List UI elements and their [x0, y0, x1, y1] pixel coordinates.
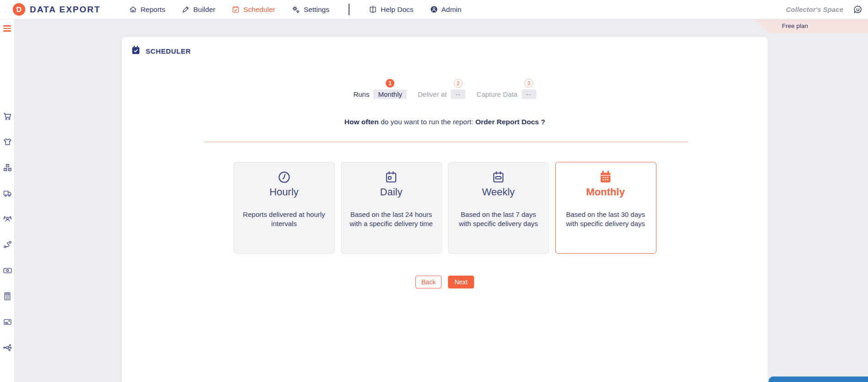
- calculator-icon[interactable]: [3, 292, 12, 301]
- home-icon: [129, 6, 137, 13]
- step-capture-data: 3 Capture Data --: [476, 79, 536, 99]
- step-value-badge: --: [522, 89, 536, 99]
- nav-item-admin[interactable]: Admin: [430, 6, 462, 14]
- invoice-icon[interactable]: [3, 317, 12, 327]
- nav-item-label: Settings: [304, 6, 329, 14]
- brand-logo[interactable]: D DATA EXPORT: [13, 3, 101, 16]
- nav-item-builder[interactable]: Builder: [182, 6, 215, 14]
- option-description: Based on the last 30 days with specific …: [561, 210, 650, 228]
- sidebar-icon-list: [0, 112, 15, 352]
- smiley-chat-icon[interactable]: [853, 5, 863, 14]
- page-body: Free plan: [0, 19, 868, 382]
- option-title: Daily: [380, 186, 403, 198]
- nav-item-label: Admin: [442, 6, 462, 14]
- option-description: Reports delivered at hourly intervals: [240, 210, 329, 228]
- integrations-icon[interactable]: [3, 343, 12, 352]
- page-title: SCHEDULER: [146, 47, 191, 55]
- step-label: Deliver at: [418, 90, 447, 98]
- option-title: Monthly: [586, 186, 625, 198]
- scheduler-header: SCHEDULER: [131, 45, 191, 57]
- option-card-hourly[interactable]: Hourly Reports delivered at hourly inter…: [234, 162, 335, 254]
- calendar-week-icon: [491, 169, 505, 185]
- question-report-name: Order Report Docs ?: [475, 118, 545, 126]
- option-description: Based on the last 7 days with specific d…: [454, 210, 543, 228]
- gears-icon: [292, 6, 300, 14]
- left-sidebar: [0, 19, 15, 382]
- option-card-weekly[interactable]: Weekly Based on the last 7 days with spe…: [448, 162, 549, 254]
- step-label: Runs: [353, 90, 369, 98]
- step-value-badge: Monthly: [373, 89, 407, 99]
- option-card-monthly[interactable]: Monthly Based on the last 30 days with s…: [555, 162, 656, 254]
- option-title: Weekly: [482, 186, 515, 198]
- scheduler-panel: SCHEDULER 1 Runs Monthly 2 Deliver at --…: [121, 37, 768, 382]
- step-runs: 1 Runs Monthly: [353, 79, 407, 99]
- customers-icon[interactable]: [3, 215, 12, 224]
- step-number-badge: 1: [386, 79, 394, 88]
- calendar-month-icon: [599, 169, 612, 185]
- step-number-badge: 2: [454, 79, 463, 88]
- nav-item-settings[interactable]: Settings: [292, 6, 329, 14]
- money-icon[interactable]: [3, 266, 12, 275]
- step-number-badge: 3: [524, 79, 533, 88]
- nav-item-scheduler[interactable]: Scheduler: [232, 6, 275, 14]
- main-nav: Reports Builder Scheduler Settings: [129, 4, 462, 15]
- section-divider: [204, 142, 688, 142]
- frequency-options: Hourly Reports delivered at hourly inter…: [122, 162, 768, 254]
- brand-logo-icon: D: [12, 3, 26, 17]
- nav-item-label: Builder: [193, 6, 215, 14]
- nav-item-label: Help Docs: [381, 6, 414, 14]
- question-middle: do you want to run the report:: [379, 118, 475, 126]
- step-deliver-at: 2 Deliver at --: [418, 79, 465, 99]
- calendar-check-icon: [232, 6, 240, 13]
- header-right: Collector's Space: [786, 5, 868, 14]
- option-title: Hourly: [269, 186, 299, 198]
- option-card-daily[interactable]: Daily Based on the last 24 hours with a …: [341, 162, 442, 254]
- calendar-day-icon: [384, 169, 398, 185]
- back-button[interactable]: Back: [415, 276, 442, 288]
- truck-icon[interactable]: [3, 189, 12, 198]
- brand-name: DATA EXPORT: [30, 5, 101, 15]
- workspace-name: Collector's Space: [786, 6, 843, 13]
- plan-banner: Free plan: [753, 19, 868, 33]
- next-button[interactable]: Next: [448, 276, 474, 288]
- question-bold-lead: How often: [344, 118, 379, 126]
- top-nav-bar: D DATA EXPORT Reports Builder Schedul: [0, 0, 868, 19]
- stepper: 1 Runs Monthly 2 Deliver at -- 3 Capture…: [122, 79, 768, 99]
- calendar-check-icon: [131, 45, 141, 57]
- nav-item-label: Scheduler: [243, 6, 275, 14]
- app-root: D DATA EXPORT Reports Builder Schedul: [0, 0, 868, 382]
- packages-icon[interactable]: [3, 163, 12, 172]
- pen-icon: [182, 6, 190, 13]
- hamburger-menu-icon[interactable]: [3, 25, 11, 32]
- wizard-actions: Back Next: [122, 276, 768, 288]
- nav-item-label: Reports: [141, 6, 165, 14]
- admin-badge-icon: [430, 6, 438, 13]
- option-description: Based on the last 24 hours with a specif…: [347, 210, 436, 228]
- route-icon[interactable]: [3, 240, 12, 249]
- plan-label: Free plan: [782, 22, 808, 29]
- step-label: Capture Data: [476, 90, 517, 98]
- nav-item-reports[interactable]: Reports: [129, 6, 165, 14]
- clock-icon: [277, 169, 291, 185]
- step-value-badge: --: [451, 89, 465, 99]
- cart-icon[interactable]: [3, 112, 12, 121]
- chat-widget-bar[interactable]: [769, 376, 868, 382]
- shirt-icon[interactable]: [3, 138, 12, 147]
- nav-divider: [349, 4, 349, 15]
- frequency-question: How often do you want to run the report:…: [122, 118, 768, 126]
- book-icon: [369, 6, 377, 14]
- nav-item-help-docs[interactable]: Help Docs: [369, 6, 414, 14]
